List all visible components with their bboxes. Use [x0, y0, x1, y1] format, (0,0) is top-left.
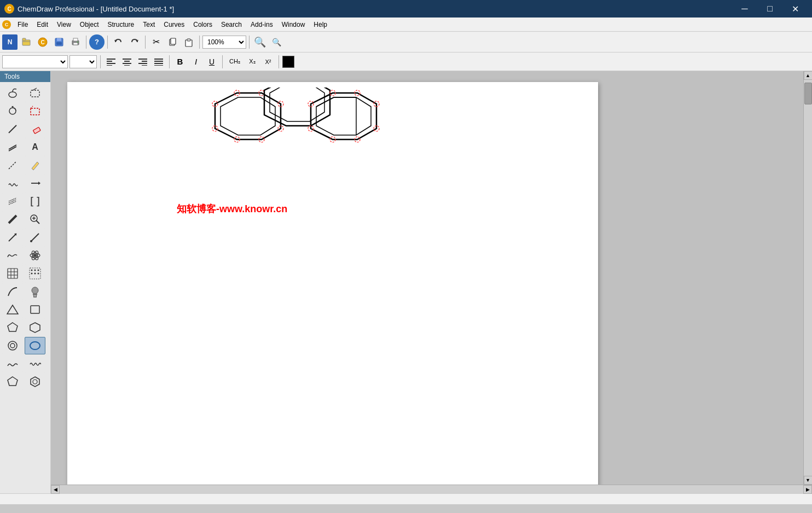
canvas-and-scrollbar: 知软博客-www.knowr.cn ▲ ▼: [51, 71, 812, 485]
menu-logo-icon: C: [2, 20, 11, 29]
bold-bond-tool[interactable]: [2, 211, 23, 228]
rotate-tool[interactable]: [2, 102, 23, 120]
font-family-select[interactable]: [2, 55, 68, 68]
menu-structure[interactable]: Structure: [103, 19, 139, 30]
scroll-up-arrow[interactable]: ▲: [804, 71, 813, 80]
menu-view[interactable]: View: [53, 19, 76, 30]
italic-button[interactable]: I: [189, 55, 203, 68]
font-size-select[interactable]: [69, 55, 97, 68]
zoom-select[interactable]: 100% 25% 50% 75% 150% 200%: [202, 36, 246, 49]
menu-file[interactable]: File: [13, 19, 32, 30]
menu-help[interactable]: Help: [309, 19, 332, 30]
zoom-tool[interactable]: [25, 211, 45, 228]
text-tool[interactable]: A: [25, 138, 45, 156]
new-button[interactable]: N: [2, 34, 18, 50]
help-button[interactable]: ?: [89, 34, 105, 50]
stamp-tool[interactable]: [25, 283, 45, 300]
squiggle-tool[interactable]: [25, 355, 45, 372]
title-bar-left: C ChemDraw Professional - [Untitled Docu…: [4, 4, 174, 14]
pentagon-ring-tool[interactable]: [2, 373, 23, 390]
copy-button[interactable]: [165, 34, 180, 50]
scroll-down-arrow[interactable]: ▼: [804, 476, 813, 485]
table-tool[interactable]: [2, 265, 23, 282]
menu-curves[interactable]: Curves: [159, 19, 189, 30]
wavy-line-tool[interactable]: [2, 247, 23, 264]
open-button[interactable]: [19, 34, 34, 50]
superscript-button[interactable]: X²: [261, 55, 275, 68]
dashed-wedge-tool[interactable]: [2, 193, 23, 210]
scroll-thumb-right[interactable]: [804, 83, 812, 104]
arrow-tool[interactable]: [25, 174, 45, 192]
selection-tool-2[interactable]: [25, 102, 45, 120]
cut-button[interactable]: ✂: [148, 34, 164, 50]
hexagon-tool[interactable]: [25, 319, 45, 336]
menu-text[interactable]: Text: [138, 19, 159, 30]
pentagon-tool[interactable]: [2, 319, 23, 336]
minimize-button[interactable]: ─: [732, 0, 757, 18]
menu-addins[interactable]: Add-ins: [246, 19, 277, 30]
menu-search[interactable]: Search: [217, 19, 246, 30]
bold-button[interactable]: B: [173, 55, 187, 68]
svg-line-105: [316, 97, 334, 107]
curve-tool[interactable]: [2, 283, 23, 300]
color-picker-button[interactable]: [282, 56, 294, 68]
benzene-tool[interactable]: [25, 373, 45, 390]
svg-rect-8: [73, 38, 78, 41]
undo-button[interactable]: [111, 34, 126, 50]
rectangle-tool[interactable]: [25, 301, 45, 318]
atom-tool[interactable]: [25, 247, 45, 264]
separator-5: [249, 36, 250, 49]
ch2-button[interactable]: CH₂: [226, 55, 243, 68]
dashed-bond-tool[interactable]: [2, 156, 23, 174]
dots-tool[interactable]: [25, 265, 45, 282]
wave-tool[interactable]: [2, 355, 23, 372]
arrow-tool-2[interactable]: [2, 229, 23, 246]
save-button[interactable]: [51, 34, 67, 50]
cd-button[interactable]: C: [35, 34, 50, 50]
svg-point-33: [9, 92, 16, 97]
zoom-out-button[interactable]: 🔍: [269, 34, 284, 50]
marquee-tool[interactable]: [25, 84, 45, 102]
menu-colors[interactable]: Colors: [189, 19, 217, 30]
maximize-button[interactable]: □: [757, 0, 782, 18]
close-button[interactable]: ✕: [782, 0, 808, 18]
drawing-canvas: 知软博客-www.knowr.cn: [67, 82, 598, 485]
align-right-button[interactable]: [136, 55, 150, 68]
straight-line-tool[interactable]: [25, 229, 45, 246]
canvas-area[interactable]: 知软博客-www.knowr.cn: [51, 71, 803, 485]
eraser-tool[interactable]: [25, 120, 45, 138]
subscript-button[interactable]: X₂: [245, 55, 259, 68]
bracket-tool[interactable]: []: [25, 193, 45, 210]
scrollbar-right[interactable]: ▲ ▼: [803, 71, 812, 485]
paste-button[interactable]: [181, 34, 196, 50]
justify-button[interactable]: [152, 55, 166, 68]
menu-edit[interactable]: Edit: [32, 19, 53, 30]
bond-tool[interactable]: [2, 120, 23, 138]
underline-button[interactable]: U: [205, 55, 219, 68]
double-bond-tool[interactable]: [2, 138, 23, 156]
circle-ring-tool[interactable]: [2, 337, 23, 354]
svg-point-70: [34, 270, 36, 271]
scroll-right-arrow[interactable]: ▶: [803, 485, 812, 494]
align-center-button[interactable]: [120, 55, 134, 68]
svg-point-58: [30, 240, 32, 242]
canvas-container: 知软博客-www.knowr.cn ▲ ▼ ◀ ▶: [51, 71, 812, 493]
triangle-tool[interactable]: [2, 301, 23, 318]
zoom-in-button[interactable]: 🔍: [252, 34, 268, 50]
align-left-button[interactable]: [104, 55, 118, 68]
ellipse-tool[interactable]: [25, 337, 45, 354]
lasso-tool[interactable]: [2, 84, 23, 102]
menu-object[interactable]: Object: [76, 19, 103, 30]
pencil-tool[interactable]: [25, 156, 45, 174]
scroll-track-bottom[interactable]: [60, 486, 803, 493]
svg-marker-100: [264, 88, 330, 126]
scroll-track-right[interactable]: [804, 80, 812, 476]
bottom-scrollbar[interactable]: ◀ ▶: [51, 485, 812, 493]
wavy-bond-tool[interactable]: [2, 174, 23, 192]
watermark-text: 知软博客-www.knowr.cn: [177, 202, 287, 215]
scroll-left-arrow[interactable]: ◀: [51, 485, 60, 494]
redo-button[interactable]: [127, 34, 142, 50]
menu-window[interactable]: Window: [277, 19, 310, 30]
svg-point-84: [8, 341, 17, 350]
print-button[interactable]: [68, 34, 83, 50]
